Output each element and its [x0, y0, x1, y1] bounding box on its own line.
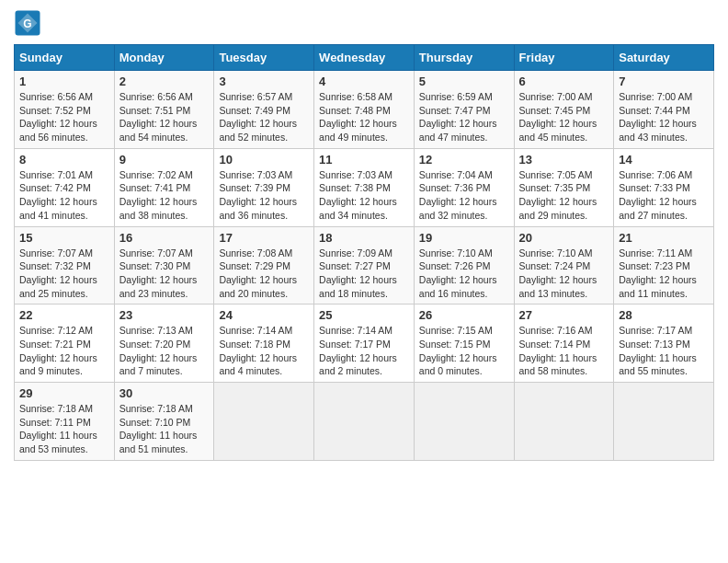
day-info: Sunrise: 7:14 AM Sunset: 7:18 PM Dayligh…	[219, 324, 309, 378]
calendar-cell: 21 Sunrise: 7:11 AM Sunset: 7:23 PM Dayl…	[614, 226, 714, 304]
calendar-cell: 20 Sunrise: 7:10 AM Sunset: 7:24 PM Dayl…	[514, 226, 614, 304]
calendar-cell	[314, 383, 415, 461]
header-day-tuesday: Tuesday	[214, 45, 314, 71]
day-number: 5	[419, 75, 509, 88]
svg-text:G: G	[23, 17, 31, 30]
header-day-sunday: Sunday	[15, 45, 115, 71]
calendar-cell: 19 Sunrise: 7:10 AM Sunset: 7:26 PM Dayl…	[414, 226, 514, 304]
day-number: 12	[419, 153, 509, 167]
day-info: Sunrise: 7:01 AM Sunset: 7:42 PM Dayligh…	[19, 168, 109, 223]
day-info: Sunrise: 7:03 AM Sunset: 7:38 PM Dayligh…	[319, 168, 409, 223]
day-info: Sunrise: 7:03 AM Sunset: 7:39 PM Dayligh…	[219, 168, 309, 223]
calendar-cell: 2 Sunrise: 6:56 AM Sunset: 7:51 PM Dayli…	[114, 71, 214, 149]
day-info: Sunrise: 7:10 AM Sunset: 7:26 PM Dayligh…	[419, 247, 509, 301]
day-number: 3	[219, 75, 309, 88]
day-number: 1	[19, 75, 109, 88]
day-number: 29	[19, 386, 109, 400]
day-info: Sunrise: 7:04 AM Sunset: 7:36 PM Dayligh…	[419, 168, 509, 223]
day-number: 27	[519, 308, 609, 322]
calendar-cell: 4 Sunrise: 6:58 AM Sunset: 7:48 PM Dayli…	[314, 71, 415, 149]
calendar-cell	[514, 383, 614, 461]
day-info: Sunrise: 7:14 AM Sunset: 7:17 PM Dayligh…	[319, 324, 409, 378]
day-number: 10	[219, 153, 309, 167]
day-info: Sunrise: 7:15 AM Sunset: 7:15 PM Dayligh…	[419, 324, 509, 378]
day-number: 26	[419, 308, 509, 322]
calendar-week-4: 22 Sunrise: 7:12 AM Sunset: 7:21 PM Dayl…	[15, 304, 714, 383]
calendar-cell: 16 Sunrise: 7:07 AM Sunset: 7:30 PM Dayl…	[114, 226, 214, 304]
day-number: 25	[319, 308, 409, 322]
calendar-cell: 27 Sunrise: 7:16 AM Sunset: 7:14 PM Dayl…	[514, 304, 614, 383]
calendar-cell: 22 Sunrise: 7:12 AM Sunset: 7:21 PM Dayl…	[15, 304, 115, 383]
day-info: Sunrise: 7:07 AM Sunset: 7:32 PM Dayligh…	[19, 247, 109, 301]
calendar-cell: 18 Sunrise: 7:09 AM Sunset: 7:27 PM Dayl…	[314, 226, 415, 304]
calendar-cell: 12 Sunrise: 7:04 AM Sunset: 7:36 PM Dayl…	[414, 148, 514, 226]
calendar-cell: 14 Sunrise: 7:06 AM Sunset: 7:33 PM Dayl…	[614, 148, 714, 226]
day-number: 16	[119, 231, 210, 245]
day-number: 18	[319, 231, 409, 245]
day-info: Sunrise: 7:05 AM Sunset: 7:35 PM Dayligh…	[519, 168, 609, 223]
calendar-cell: 10 Sunrise: 7:03 AM Sunset: 7:39 PM Dayl…	[214, 148, 314, 226]
calendar-table: SundayMondayTuesdayWednesdayThursdayFrid…	[14, 44, 714, 461]
day-info: Sunrise: 6:56 AM Sunset: 7:51 PM Dayligh…	[119, 90, 210, 144]
day-number: 30	[119, 386, 210, 400]
logo-icon: G	[14, 9, 41, 37]
header-day-wednesday: Wednesday	[314, 45, 415, 71]
calendar-cell	[214, 383, 314, 461]
day-number: 4	[319, 75, 409, 88]
day-info: Sunrise: 7:12 AM Sunset: 7:21 PM Dayligh…	[19, 324, 109, 378]
day-info: Sunrise: 7:11 AM Sunset: 7:23 PM Dayligh…	[619, 247, 709, 301]
day-info: Sunrise: 7:17 AM Sunset: 7:13 PM Dayligh…	[619, 324, 709, 378]
calendar-cell: 26 Sunrise: 7:15 AM Sunset: 7:15 PM Dayl…	[414, 304, 514, 383]
calendar-cell: 15 Sunrise: 7:07 AM Sunset: 7:32 PM Dayl…	[15, 226, 115, 304]
day-number: 6	[519, 75, 609, 88]
day-info: Sunrise: 6:56 AM Sunset: 7:52 PM Dayligh…	[19, 90, 109, 144]
header: G	[14, 9, 714, 37]
day-info: Sunrise: 7:10 AM Sunset: 7:24 PM Dayligh…	[519, 247, 609, 301]
day-info: Sunrise: 7:08 AM Sunset: 7:29 PM Dayligh…	[219, 247, 309, 301]
header-day-friday: Friday	[514, 45, 614, 71]
calendar-cell: 23 Sunrise: 7:13 AM Sunset: 7:20 PM Dayl…	[114, 304, 214, 383]
day-number: 9	[119, 153, 210, 167]
day-info: Sunrise: 6:59 AM Sunset: 7:47 PM Dayligh…	[419, 90, 509, 144]
day-number: 24	[219, 308, 309, 322]
header-day-monday: Monday	[114, 45, 214, 71]
calendar-cell: 8 Sunrise: 7:01 AM Sunset: 7:42 PM Dayli…	[15, 148, 115, 226]
calendar-cell: 30 Sunrise: 7:18 AM Sunset: 7:10 PM Dayl…	[114, 383, 214, 461]
calendar-cell: 3 Sunrise: 6:57 AM Sunset: 7:49 PM Dayli…	[214, 71, 314, 149]
day-number: 28	[619, 308, 709, 322]
day-info: Sunrise: 7:02 AM Sunset: 7:41 PM Dayligh…	[119, 168, 210, 223]
day-info: Sunrise: 6:58 AM Sunset: 7:48 PM Dayligh…	[319, 90, 409, 144]
logo: G	[14, 9, 45, 37]
day-info: Sunrise: 7:13 AM Sunset: 7:20 PM Dayligh…	[119, 324, 210, 378]
day-number: 22	[19, 308, 109, 322]
day-number: 7	[619, 75, 709, 88]
calendar-cell: 11 Sunrise: 7:03 AM Sunset: 7:38 PM Dayl…	[314, 148, 415, 226]
day-number: 13	[519, 153, 609, 167]
calendar-cell: 6 Sunrise: 7:00 AM Sunset: 7:45 PM Dayli…	[514, 71, 614, 149]
header-day-saturday: Saturday	[614, 45, 714, 71]
day-number: 20	[519, 231, 609, 245]
calendar-week-3: 15 Sunrise: 7:07 AM Sunset: 7:32 PM Dayl…	[15, 226, 714, 304]
day-number: 11	[319, 153, 409, 167]
day-info: Sunrise: 7:00 AM Sunset: 7:44 PM Dayligh…	[619, 90, 709, 144]
day-number: 17	[219, 231, 309, 245]
day-info: Sunrise: 7:06 AM Sunset: 7:33 PM Dayligh…	[619, 168, 709, 223]
day-info: Sunrise: 7:16 AM Sunset: 7:14 PM Dayligh…	[519, 324, 609, 378]
calendar-cell: 24 Sunrise: 7:14 AM Sunset: 7:18 PM Dayl…	[214, 304, 314, 383]
calendar-cell: 25 Sunrise: 7:14 AM Sunset: 7:17 PM Dayl…	[314, 304, 415, 383]
calendar-week-1: 1 Sunrise: 6:56 AM Sunset: 7:52 PM Dayli…	[15, 71, 714, 149]
day-info: Sunrise: 7:18 AM Sunset: 7:11 PM Dayligh…	[19, 402, 109, 456]
header-day-thursday: Thursday	[414, 45, 514, 71]
day-number: 19	[419, 231, 509, 245]
calendar-cell: 28 Sunrise: 7:17 AM Sunset: 7:13 PM Dayl…	[614, 304, 714, 383]
day-number: 14	[619, 153, 709, 167]
day-info: Sunrise: 7:07 AM Sunset: 7:30 PM Dayligh…	[119, 247, 210, 301]
calendar-week-2: 8 Sunrise: 7:01 AM Sunset: 7:42 PM Dayli…	[15, 148, 714, 226]
calendar-cell: 17 Sunrise: 7:08 AM Sunset: 7:29 PM Dayl…	[214, 226, 314, 304]
day-number: 21	[619, 231, 709, 245]
calendar-cell: 5 Sunrise: 6:59 AM Sunset: 7:47 PM Dayli…	[414, 71, 514, 149]
calendar-cell	[414, 383, 514, 461]
day-info: Sunrise: 7:09 AM Sunset: 7:27 PM Dayligh…	[319, 247, 409, 301]
day-number: 23	[119, 308, 210, 322]
calendar-cell	[614, 383, 714, 461]
